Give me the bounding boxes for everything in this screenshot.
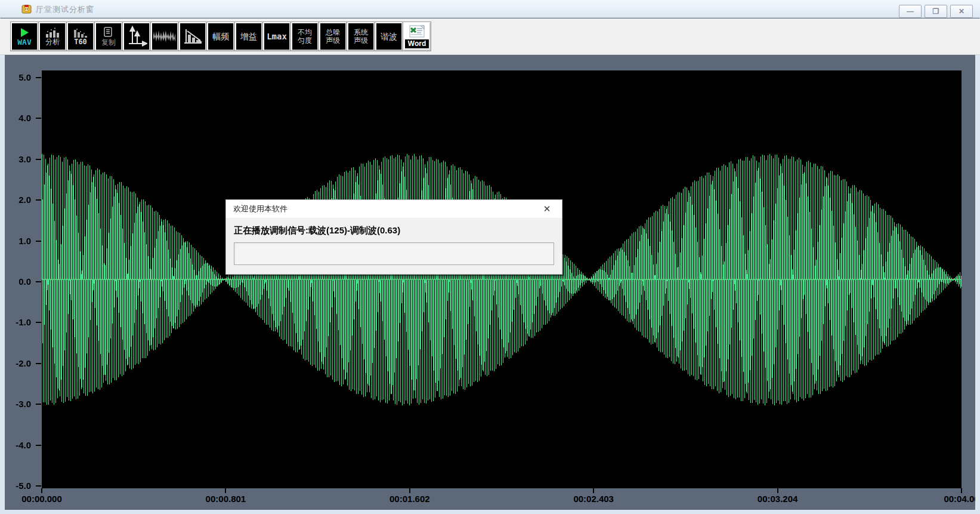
dialog-title: 欢迎使用本软件 bbox=[226, 200, 562, 218]
x-axis-tick bbox=[41, 488, 42, 493]
toolbar-button-gain[interactable]: 增益 bbox=[235, 22, 262, 51]
toolbar-button-uniformity[interactable]: 不均 匀度 bbox=[291, 22, 319, 51]
x-axis-tick bbox=[225, 488, 226, 493]
toolbar: WAV 分析 bbox=[0, 19, 980, 55]
play-icon bbox=[19, 27, 30, 38]
axes-icon bbox=[126, 26, 147, 47]
toolbar-button-harmonics[interactable]: 谐波 bbox=[375, 22, 403, 51]
y-axis-tick bbox=[36, 485, 41, 487]
word-label: Word bbox=[405, 39, 429, 48]
toolbar-button-word-export[interactable]: Word bbox=[403, 22, 431, 51]
noise-waveform-icon bbox=[153, 29, 176, 44]
x-axis-tick bbox=[593, 488, 594, 493]
x-axis-label: 00:00.801 bbox=[187, 494, 264, 504]
toolbar-button-total-noise[interactable]: 总噪 声级 bbox=[319, 22, 347, 51]
x-axis-label: 00:00.000 bbox=[3, 494, 81, 504]
progress-field bbox=[234, 242, 554, 265]
dialog-close-icon[interactable]: ✕ bbox=[539, 202, 555, 216]
waveform-canvas bbox=[42, 70, 962, 488]
toolbar-button-system-level[interactable]: 系统 声级 bbox=[347, 22, 375, 51]
toolbar-button-t60[interactable]: T60 bbox=[67, 22, 94, 51]
minimize-button[interactable]: — bbox=[899, 5, 922, 18]
y-axis-tick bbox=[36, 281, 41, 282]
dialog-message: 正在播放调制信号:载波(125)-调制波(0.63) bbox=[234, 225, 400, 236]
toolbar-button-lmax[interactable]: Lmax bbox=[263, 22, 290, 51]
y-axis-tick bbox=[36, 404, 41, 405]
x-axis-label: 00:04.00 bbox=[923, 494, 980, 504]
y-axis-tick bbox=[36, 118, 41, 119]
x-axis-tick bbox=[961, 488, 962, 493]
x-axis-label: 00:02.403 bbox=[555, 494, 632, 504]
toolbar-button-freq-response[interactable]: 幅频 bbox=[207, 22, 234, 51]
window-controls: — ❐ ✕ bbox=[899, 5, 973, 18]
y-axis-tick bbox=[36, 322, 41, 323]
title-bar: 厅堂测试分析窗 — ❐ ✕ bbox=[0, 0, 980, 18]
y-axis-tick bbox=[36, 159, 41, 160]
toolbar-button-analyze[interactable]: 分析 bbox=[39, 22, 66, 51]
x-axis-tick bbox=[409, 488, 410, 493]
x-axis-tick bbox=[777, 488, 778, 493]
bar-chart-rise-icon bbox=[44, 27, 61, 38]
y-axis-tick bbox=[36, 445, 41, 446]
copy-doc-icon bbox=[102, 27, 115, 38]
window-edge-right bbox=[975, 55, 980, 514]
y-axis-tick bbox=[36, 77, 41, 78]
x-axis-label: 00:01.602 bbox=[371, 494, 449, 504]
bars-decline-icon bbox=[182, 27, 203, 45]
toolbar-button-waveform-view[interactable] bbox=[151, 22, 178, 51]
close-button[interactable]: ✕ bbox=[950, 5, 973, 18]
decay-bars-icon bbox=[72, 27, 89, 38]
maximize-button[interactable]: ❐ bbox=[925, 5, 947, 18]
toolbar-button-copy[interactable]: 复制 bbox=[95, 22, 122, 51]
toolbar-button-axes[interactable] bbox=[123, 22, 150, 51]
app-icon bbox=[21, 4, 32, 14]
window-edge-bottom bbox=[0, 510, 980, 514]
welcome-dialog: 欢迎使用本软件 ✕ 正在播放调制信号:载波(125)-调制波(0.63) bbox=[225, 199, 562, 275]
toolbar-button-spectrum-decay[interactable] bbox=[179, 22, 206, 51]
window-title: 厅堂测试分析窗 bbox=[36, 4, 94, 15]
waveform-plot bbox=[42, 70, 962, 488]
x-axis-label: 00:03.204 bbox=[739, 494, 817, 504]
y-axis-tick bbox=[36, 199, 41, 201]
word-doc-icon bbox=[409, 25, 425, 38]
y-axis-tick bbox=[36, 241, 41, 242]
y-axis-tick bbox=[36, 363, 41, 364]
toolbar-button-wav-play[interactable]: WAV bbox=[11, 22, 38, 51]
app-window: 厅堂测试分析窗 — ❐ ✕ WAV bbox=[0, 0, 980, 514]
window-edge-left bbox=[0, 55, 5, 514]
